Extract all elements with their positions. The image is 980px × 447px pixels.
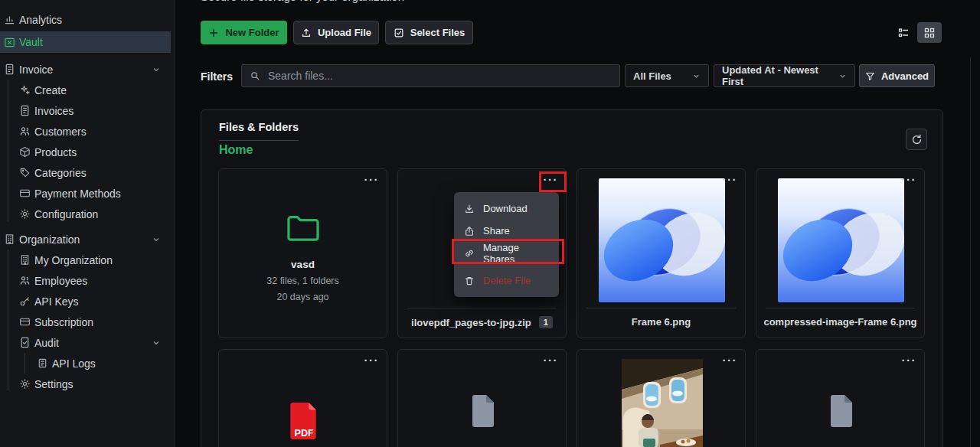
jet-cabin-photo bbox=[622, 359, 703, 447]
refresh-icon bbox=[911, 134, 923, 145]
menu-item-share[interactable]: Share bbox=[454, 220, 559, 242]
document-icon bbox=[19, 105, 31, 116]
folder-card-vasd[interactable]: ··· vasd 32 files, 1 folders 20 days ago bbox=[218, 168, 387, 338]
card-menu-button[interactable]: ··· bbox=[544, 354, 559, 367]
photo-thumbnail bbox=[622, 359, 703, 447]
chevron-down-icon bbox=[152, 65, 161, 74]
grid-view-icon bbox=[923, 27, 936, 39]
blue-discs-artwork bbox=[778, 178, 904, 302]
sidebar-item-analytics[interactable]: Analytics bbox=[0, 9, 174, 30]
file-type-dropdown[interactable]: All Files bbox=[625, 64, 709, 87]
sidebar-item-customers[interactable]: Customers bbox=[0, 121, 174, 142]
sidebar-item-my-organization[interactable]: My Organization bbox=[0, 250, 174, 270]
card-menu-button[interactable]: ··· bbox=[544, 173, 559, 187]
card-divider bbox=[586, 308, 736, 308]
invoice-subgroup: Create Invoices Customers Products Categ… bbox=[0, 80, 174, 224]
card-menu-button[interactable]: ··· bbox=[723, 354, 738, 367]
organization-subgroup: My Organization Employees API Keys Subsc… bbox=[0, 250, 174, 394]
app-window: Dashboard Analytics Vault Invoice Create… bbox=[0, 0, 980, 447]
sidebar-item-api-keys[interactable]: API Keys bbox=[0, 291, 174, 312]
scroll-icon bbox=[37, 357, 48, 369]
sort-dropdown[interactable]: Updated At - Newest First bbox=[714, 64, 855, 87]
image-thumbnail bbox=[599, 178, 725, 302]
refresh-button[interactable] bbox=[906, 129, 927, 150]
download-icon bbox=[464, 204, 475, 214]
card-divider bbox=[766, 308, 915, 308]
breadcrumb-home[interactable]: Home bbox=[219, 143, 253, 157]
users-icon bbox=[19, 275, 31, 286]
grid-view-toggle[interactable] bbox=[917, 22, 942, 43]
sidebar-item-invoice[interactable]: Invoice bbox=[0, 59, 174, 80]
sidebar-item-organization[interactable]: Organization bbox=[0, 229, 174, 250]
upload-file-button[interactable]: Upload File bbox=[293, 21, 379, 44]
file-card-generic[interactable]: ··· bbox=[397, 349, 567, 447]
link-icon bbox=[464, 248, 475, 259]
file-card-photo[interactable]: ··· bbox=[577, 349, 746, 447]
checkbox-check-icon bbox=[394, 28, 404, 38]
upload-icon bbox=[301, 28, 312, 38]
image-thumbnail bbox=[778, 178, 904, 302]
file-name: Frame 6.png bbox=[632, 316, 691, 328]
share-icon bbox=[464, 226, 475, 237]
sidebar-item-create[interactable]: Create bbox=[0, 80, 174, 100]
users-icon bbox=[19, 126, 31, 137]
list-view-toggle[interactable] bbox=[891, 22, 916, 43]
menu-item-delete-file[interactable]: Delete File bbox=[454, 269, 559, 292]
card-menu-button[interactable]: ··· bbox=[902, 354, 917, 367]
select-files-button[interactable]: Select Files bbox=[385, 21, 473, 44]
sidebar: Dashboard Analytics Vault Invoice Create… bbox=[0, 0, 175, 447]
invoice-icon bbox=[4, 64, 15, 75]
share-count-badge: 1 bbox=[539, 316, 553, 328]
key-icon bbox=[19, 295, 31, 307]
file-card-pdf[interactable]: ··· PDF bbox=[218, 349, 387, 447]
sidebar-item-dashboard[interactable]: Dashboard bbox=[0, 0, 174, 5]
list-view-icon bbox=[897, 27, 910, 39]
pdf-icon: PDF bbox=[219, 402, 387, 440]
menu-item-download[interactable]: Download bbox=[454, 197, 559, 220]
audit-doc-icon bbox=[19, 337, 31, 348]
new-folder-button[interactable]: New Folder bbox=[201, 21, 287, 44]
file-card-image[interactable]: ··· Frame 6.png bbox=[577, 168, 746, 338]
file-context-menu: Download Share Manage Shares Delete File bbox=[454, 192, 559, 297]
filters-label: Filters bbox=[201, 70, 233, 83]
building-icon bbox=[4, 233, 15, 245]
sidebar-item-payment-methods[interactable]: Payment Methods bbox=[0, 183, 174, 204]
chevron-down-icon bbox=[152, 338, 161, 347]
card-menu-button[interactable]: ··· bbox=[723, 173, 738, 187]
sidebar-item-products[interactable]: Products bbox=[0, 142, 174, 162]
search-box[interactable] bbox=[241, 64, 620, 87]
panel-title: Files & Folders bbox=[219, 121, 299, 141]
sidebar-item-api-logs[interactable]: API Logs bbox=[0, 353, 174, 374]
card-menu-button[interactable]: ··· bbox=[364, 173, 380, 187]
file-label-row: ilovepdf_pages-to-jpg.zip 1 bbox=[401, 316, 563, 328]
chevron-down-icon bbox=[152, 235, 161, 244]
folder-card-content: vasd 32 files, 1 folders 20 days ago bbox=[219, 169, 387, 302]
file-card-generic[interactable]: ··· bbox=[756, 349, 925, 447]
gear-icon bbox=[19, 208, 31, 220]
trash-icon bbox=[464, 276, 475, 286]
sidebar-item-subscription[interactable]: Subscription bbox=[0, 312, 174, 332]
sidebar-item-employees[interactable]: Employees bbox=[0, 270, 174, 291]
gear-icon bbox=[19, 378, 31, 390]
sidebar-item-vault[interactable]: Vault bbox=[0, 31, 171, 53]
file-card-image[interactable]: ··· compressed-image-Frame 6.png bbox=[756, 168, 925, 338]
card-menu-button[interactable]: ··· bbox=[364, 354, 380, 367]
card-menu-button[interactable]: ··· bbox=[902, 173, 917, 187]
search-input[interactable] bbox=[266, 69, 612, 83]
sidebar-item-invoices[interactable]: Invoices bbox=[0, 100, 174, 121]
file-name: ilovepdf_pages-to-jpg.zip bbox=[411, 317, 531, 328]
file-icon bbox=[756, 394, 924, 428]
advanced-filters-button[interactable]: Advanced bbox=[859, 64, 935, 87]
funnel-icon bbox=[865, 71, 875, 81]
files-panel: Files & Folders Home ··· vasd 32 files, … bbox=[201, 109, 943, 447]
plus-icon bbox=[208, 28, 219, 38]
sidebar-item-audit[interactable]: Audit bbox=[0, 332, 174, 353]
sidebar-item-categories[interactable]: Categories bbox=[0, 162, 174, 183]
dashboard-icon bbox=[4, 0, 15, 1]
menu-item-manage-shares[interactable]: Manage Shares bbox=[454, 242, 559, 264]
file-name: compressed-image-Frame 6.png bbox=[763, 316, 916, 328]
vault-icon bbox=[4, 37, 15, 48]
search-icon bbox=[250, 70, 260, 81]
sidebar-item-settings[interactable]: Settings bbox=[0, 374, 174, 394]
sidebar-item-configuration[interactable]: Configuration bbox=[0, 204, 174, 224]
